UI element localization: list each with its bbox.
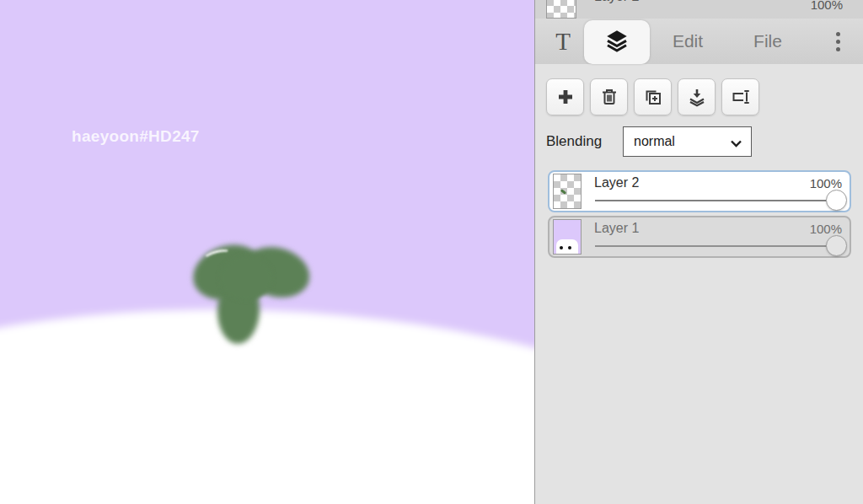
- collaborator-username-label: haeyoon#HD247: [72, 127, 200, 146]
- layers-panel: Layer 2 100% T Edit File: [535, 0, 863, 504]
- layer1-thumbnail-dot: [560, 246, 563, 249]
- add-layer-button[interactable]: [546, 78, 584, 115]
- tab-file[interactable]: File: [744, 19, 791, 64]
- layer-row-layer-1[interactable]: Layer 1 100%: [548, 216, 851, 258]
- trash-icon: [599, 87, 619, 107]
- blending-mode-select[interactable]: normal: [623, 126, 752, 157]
- merge-down-icon: [687, 87, 707, 107]
- merge-down-button[interactable]: [678, 78, 716, 115]
- layer1-thumbnail: [553, 219, 582, 255]
- layer-toolbar: [546, 78, 759, 115]
- duplicate-layer-button[interactable]: [634, 78, 672, 115]
- delete-layer-button[interactable]: [590, 78, 628, 115]
- scrolled-layer-row-peek[interactable]: Layer 2 100%: [535, 0, 863, 19]
- layer-list: Layer 2 100% Layer 1 100%: [548, 170, 851, 261]
- opacity-slider[interactable]: [595, 245, 841, 247]
- tab-layers[interactable]: [584, 20, 650, 64]
- blending-label: Blending: [546, 133, 602, 150]
- layer-name-label: Layer 2: [594, 175, 639, 190]
- layers-icon: [604, 28, 630, 57]
- tab-text-tool[interactable]: T: [544, 19, 582, 64]
- layer-name-label: Layer 2: [594, 0, 639, 4]
- layer-opacity-value: 100%: [811, 0, 843, 12]
- hill-shape: [0, 281, 534, 504]
- blending-mode-value: normal: [634, 134, 675, 149]
- kebab-menu-icon[interactable]: [825, 19, 850, 64]
- sprout-center: [219, 255, 273, 301]
- opacity-slider[interactable]: [595, 200, 841, 201]
- rename-icon: [730, 87, 752, 107]
- rename-layer-button[interactable]: [721, 78, 759, 115]
- chevron-down-icon: [730, 137, 742, 152]
- layer2-thumbnail: [553, 174, 582, 209]
- layer-opacity-value: 100%: [810, 222, 842, 236]
- layer2-thumbnail-stroke: [560, 189, 566, 194]
- duplicate-icon: [643, 87, 663, 107]
- layer-opacity-value: 100%: [810, 176, 842, 190]
- layer1-thumbnail-dot: [568, 246, 571, 249]
- drawing-canvas[interactable]: haeyoon#HD247: [0, 0, 534, 504]
- layer-name-label: Layer 1: [594, 221, 639, 236]
- opacity-slider-thumb[interactable]: [826, 235, 847, 256]
- layer-thumbnail-transparent: [546, 0, 576, 19]
- panel-tab-bar: T Edit File: [535, 19, 863, 64]
- drawing-app: haeyoon#HD247 Layer 2 100% T Edit: [0, 0, 863, 504]
- plus-icon: [555, 87, 576, 107]
- tab-edit[interactable]: Edit: [662, 19, 714, 64]
- layer-row-layer-2[interactable]: Layer 2 100%: [548, 170, 851, 212]
- opacity-slider-thumb[interactable]: [826, 190, 847, 211]
- blending-row: Blending normal: [546, 126, 852, 157]
